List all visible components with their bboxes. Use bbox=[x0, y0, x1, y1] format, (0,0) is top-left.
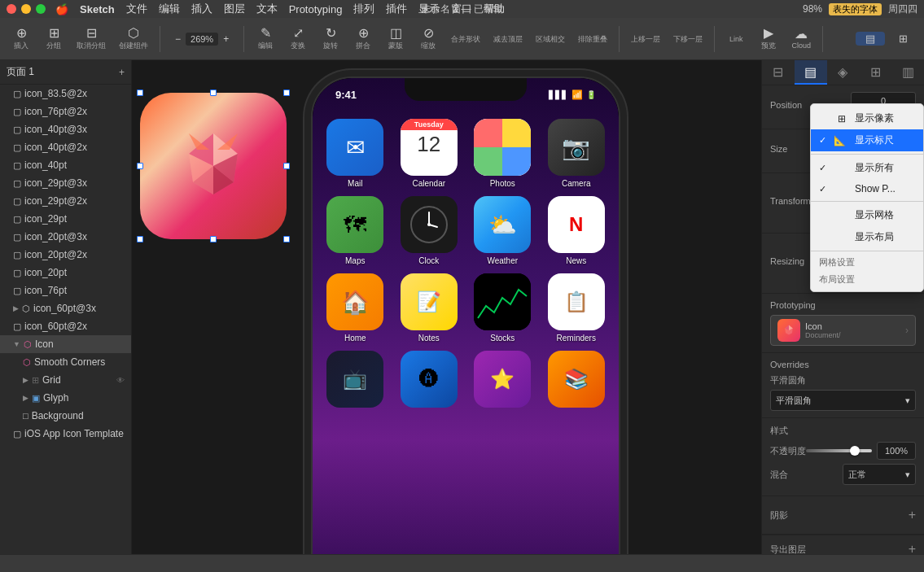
menu-layer[interactable]: 图层 bbox=[224, 2, 245, 16]
dropdown-show-layout[interactable]: 显示布局 bbox=[811, 226, 923, 248]
missing-fonts-warning[interactable]: 表失的字体 bbox=[829, 3, 882, 15]
layer-icon-40[interactable]: ▢ icon_40pt bbox=[0, 156, 131, 174]
dropdown-show-p[interactable]: ✓ Show P... bbox=[811, 179, 923, 199]
selection-handle-bm[interactable] bbox=[210, 236, 217, 242]
app-cell-maps[interactable]: 🗺 Maps bbox=[322, 196, 388, 265]
menu-arrange[interactable]: 排列 bbox=[353, 2, 374, 16]
page-name[interactable]: 页面 1 bbox=[7, 65, 34, 79]
layer-icon-20[interactable]: ▢ icon_20pt bbox=[0, 264, 131, 282]
dropdown-grid-settings[interactable]: 网格设置 bbox=[811, 254, 923, 271]
layer-background[interactable]: □ Background bbox=[0, 407, 131, 425]
export-add-button[interactable]: + bbox=[909, 542, 916, 554]
dropdown-show-ruler[interactable]: ✓ 📐 显示标尺 bbox=[811, 129, 923, 151]
app-cell-books[interactable]: 📚 bbox=[544, 351, 610, 411]
symbols-toggle[interactable]: ⊞ bbox=[888, 32, 917, 46]
app-cell-notes[interactable]: 📝 Notes bbox=[396, 273, 462, 343]
app-icon-container[interactable] bbox=[140, 93, 287, 239]
layer-icon-29-3x[interactable]: ▢ icon_29pt@3x bbox=[0, 174, 131, 192]
intersect-button[interactable]: 区域相交 bbox=[531, 32, 570, 46]
menu-edit[interactable]: 编辑 bbox=[159, 2, 180, 16]
smooth-corners-select[interactable]: 平滑圆角 ▾ bbox=[770, 390, 916, 411]
opacity-value-input[interactable] bbox=[877, 442, 916, 460]
dropdown-show-pixels[interactable]: ⊞ 显示像素 bbox=[811, 107, 923, 129]
proto-link-item[interactable]: Icon Document/ › bbox=[770, 315, 916, 346]
tab-extra[interactable]: ▥ bbox=[891, 60, 924, 85]
transform-button[interactable]: ⤢ 变换 bbox=[283, 25, 313, 53]
combine-button[interactable]: ⊕ 拼合 bbox=[348, 25, 378, 53]
selection-handle-tm[interactable] bbox=[210, 90, 217, 96]
app-cell-stocks[interactable]: Stocks bbox=[470, 273, 536, 343]
eye-icon[interactable]: 👁 bbox=[116, 376, 125, 385]
subtract-button[interactable]: 排除重叠 bbox=[573, 32, 612, 46]
layer-icon-60-2x[interactable]: ▢ icon_60pt@2x bbox=[0, 317, 131, 335]
menu-prototyping[interactable]: Prototyping bbox=[289, 3, 343, 15]
zoom-minus[interactable]: − bbox=[172, 32, 184, 46]
dropdown-popup[interactable]: ⊞ 显示像素 ✓ 📐 显示标尺 ✓ 显示所有 ✓ Show P... bbox=[810, 103, 924, 292]
mask-button[interactable]: ◫ 蒙版 bbox=[381, 25, 410, 53]
dropdown-show-all[interactable]: ✓ 显示所有 bbox=[811, 157, 923, 179]
insert-button[interactable]: ⊕ 插入 bbox=[7, 25, 36, 53]
app-cell-appstore[interactable]: 🅐 bbox=[396, 351, 462, 411]
layer-ios-template[interactable]: ▢ iOS App Icon Template bbox=[0, 425, 131, 443]
selection-handle-br[interactable] bbox=[283, 236, 290, 242]
zoom-fit-button[interactable]: ⊘ 缩放 bbox=[414, 25, 443, 53]
app-cell-reminders[interactable]: 📋 Reminders bbox=[544, 273, 610, 343]
selection-handle-ml[interactable] bbox=[137, 163, 143, 169]
window-controls[interactable] bbox=[7, 4, 46, 14]
layer-icon-29[interactable]: ▢ icon_29pt bbox=[0, 210, 131, 228]
ungroup-button[interactable]: ⊟ 取消分组 bbox=[72, 25, 111, 53]
shadow-add-button[interactable]: + bbox=[909, 508, 916, 522]
app-cell-mail[interactable]: ✉ Mail bbox=[322, 119, 388, 188]
menu-plugins[interactable]: 插件 bbox=[386, 2, 407, 16]
preview-button[interactable]: ▶ 预览 bbox=[754, 25, 783, 53]
opacity-slider[interactable] bbox=[806, 449, 872, 452]
edit-button[interactable]: ✎ 编辑 bbox=[251, 25, 280, 53]
app-cell-weather[interactable]: ⛅ Weather bbox=[470, 196, 536, 265]
apple-menu-icon[interactable]: 🍎 bbox=[55, 3, 68, 15]
tab-inspect[interactable]: ▤ bbox=[795, 60, 827, 85]
app-cell-photos[interactable]: Photos bbox=[470, 119, 536, 188]
move-up-button[interactable]: 上移一层 bbox=[626, 32, 665, 46]
tab-component[interactable]: ◈ bbox=[827, 60, 860, 85]
zoom-value[interactable]: 269% bbox=[186, 33, 218, 46]
selection-handle-mr[interactable] bbox=[283, 163, 290, 169]
app-name[interactable]: Sketch bbox=[80, 3, 115, 15]
layer-icon-76[interactable]: ▢ icon_76pt bbox=[0, 282, 131, 299]
app-cell-home[interactable]: 🏠 Home bbox=[322, 273, 388, 343]
inspector-toggle[interactable]: ▤ bbox=[856, 32, 885, 46]
layer-grid[interactable]: ▶ ⊞ Grid 👁 bbox=[0, 371, 131, 389]
layer-glyph[interactable]: ▶ ▣ Glyph bbox=[0, 389, 131, 407]
cloud-button[interactable]: ☁ Cloud bbox=[786, 26, 816, 51]
app-cell-tv[interactable]: 📺 bbox=[322, 351, 388, 411]
move-down-button[interactable]: 下移一层 bbox=[668, 32, 707, 46]
maximize-button[interactable] bbox=[36, 4, 46, 14]
link-button[interactable]: Link bbox=[721, 33, 751, 45]
menu-insert[interactable]: 插入 bbox=[191, 2, 212, 16]
selection-handle-tr[interactable] bbox=[283, 90, 290, 96]
layer-icon-20-3x[interactable]: ▢ icon_20pt@3x bbox=[0, 228, 131, 246]
close-button[interactable] bbox=[7, 4, 16, 14]
dropdown-layout-settings[interactable]: 布局设置 bbox=[811, 271, 923, 288]
dropdown-show-grid[interactable]: 显示网格 bbox=[811, 204, 923, 226]
selection-handle-tl[interactable] bbox=[137, 90, 143, 96]
menu-text[interactable]: 文本 bbox=[256, 2, 278, 16]
app-cell-clock[interactable]: Clock bbox=[396, 196, 462, 265]
menu-file[interactable]: 文件 bbox=[126, 2, 147, 16]
zoom-plus[interactable]: + bbox=[220, 32, 232, 46]
layer-icon-76-2x[interactable]: ▢ icon_76pt@2x bbox=[0, 103, 131, 120]
canvas[interactable]: 9:41 ▋▋▋ 📶 🔋 ✉ bbox=[132, 60, 761, 554]
create-component-button[interactable]: ⬡ 创建组件 bbox=[114, 25, 153, 53]
layer-icon-60-3x[interactable]: ▶ ⬡ icon_60pt@3x bbox=[0, 299, 131, 317]
flatten-button[interactable]: 减去顶层 bbox=[488, 32, 528, 46]
layer-icon-40-3x[interactable]: ▢ icon_40pt@3x bbox=[0, 120, 131, 138]
layer-icon-83[interactable]: ▢ icon_83.5@2x bbox=[0, 85, 131, 103]
app-cell-calendar[interactable]: Tuesday 12 Calendar bbox=[396, 119, 462, 188]
minimize-button[interactable] bbox=[21, 4, 31, 14]
tab-align[interactable]: ⊟ bbox=[762, 60, 795, 85]
selection-handle-bl[interactable] bbox=[137, 236, 143, 242]
merge-button[interactable]: 合并形状 bbox=[446, 32, 485, 46]
layer-icon-40-2x[interactable]: ▢ icon_40pt@2x bbox=[0, 138, 131, 156]
tab-grid[interactable]: ⊞ bbox=[859, 60, 891, 85]
group-button[interactable]: ⊞ 分组 bbox=[39, 25, 68, 53]
rotate-button[interactable]: ↻ 旋转 bbox=[316, 25, 345, 53]
